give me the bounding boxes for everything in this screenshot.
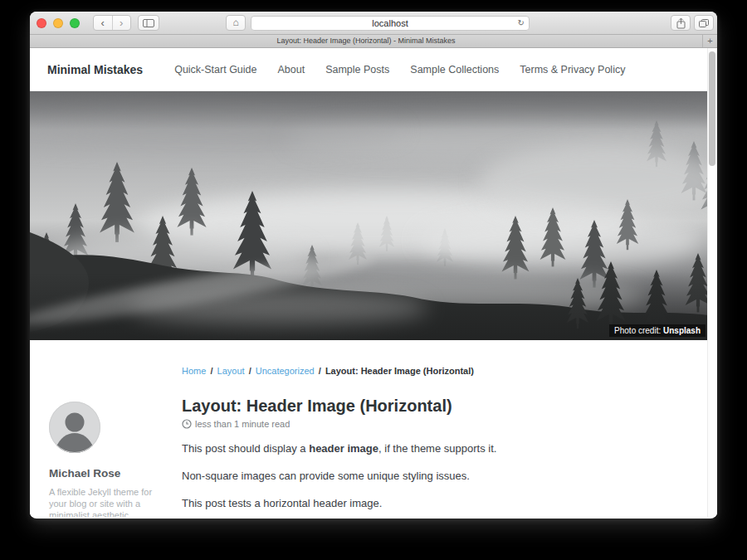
- header-image: Photo credit: Unsplash: [30, 91, 717, 340]
- site-masthead: Minimal Mistakes Quick-Start Guide About…: [30, 48, 717, 91]
- address-bar[interactable]: localhost ↻: [251, 16, 530, 31]
- nav-item-sample-collections[interactable]: Sample Collections: [410, 64, 499, 75]
- breadcrumb-link-uncategorized[interactable]: Uncategorized: [256, 366, 315, 376]
- new-tab-button[interactable]: +: [703, 35, 717, 47]
- window-close-button[interactable]: [37, 18, 46, 28]
- avatar: [49, 402, 100, 453]
- site-title-link[interactable]: Minimal Mistakes: [47, 63, 143, 76]
- desktop-background: ‹ › ⌂ localhost ↻: [0, 0, 747, 560]
- refresh-icon[interactable]: ↻: [518, 17, 525, 30]
- article-area: Home / Layout / Uncategorized / Layout: …: [30, 340, 717, 517]
- window-zoom-button[interactable]: [70, 18, 80, 28]
- nav-item-about[interactable]: About: [278, 64, 305, 75]
- article-content: Layout: Header Image (Horizontal) less t…: [182, 395, 663, 511]
- author-name: Michael Rose: [49, 467, 157, 480]
- home-button[interactable]: ⌂: [226, 15, 246, 31]
- clock-icon: [182, 419, 192, 429]
- home-icon: ⌂: [232, 17, 238, 28]
- paragraph-text: , if the theme supports it.: [378, 442, 496, 455]
- scrollbar-track[interactable]: [707, 48, 717, 517]
- author-bio: A flexible Jekyll theme for your blog or…: [49, 486, 157, 517]
- breadcrumb-link-home[interactable]: Home: [182, 366, 206, 376]
- paragraph-bold-text: header image: [309, 442, 378, 455]
- window-minimize-button[interactable]: [53, 18, 63, 28]
- browser-window: ‹ › ⌂ localhost ↻: [30, 12, 717, 519]
- site-navigation: Quick-Start Guide About Sample Posts Sam…: [174, 64, 625, 75]
- paragraph: This post should display a header image,…: [182, 441, 663, 456]
- author-profile: Michael Rose A flexible Jekyll theme for…: [49, 402, 157, 517]
- page-viewport: Minimal Mistakes Quick-Start Guide About…: [30, 48, 717, 517]
- browser-toolbar: ‹ › ⌂ localhost ↻: [30, 12, 717, 35]
- sidebar-toggle-button[interactable]: [138, 15, 159, 31]
- breadcrumb-separator: /: [247, 366, 253, 376]
- tab-overview-button[interactable]: [694, 15, 714, 31]
- back-button[interactable]: ‹: [94, 16, 113, 30]
- forward-button[interactable]: ›: [113, 16, 131, 30]
- scrollbar-thumb[interactable]: [709, 51, 715, 166]
- url-text: localhost: [372, 18, 408, 28]
- paragraph: This post tests a horizontal header imag…: [182, 496, 663, 511]
- breadcrumb-link-layout[interactable]: Layout: [217, 366, 245, 376]
- nav-item-sample-posts[interactable]: Sample Posts: [325, 64, 389, 75]
- paragraph: Non-square images can provide some uniqu…: [182, 469, 663, 484]
- active-tab[interactable]: Layout: Header Image (Horizontal) - Mini…: [30, 35, 703, 47]
- breadcrumb: Home / Layout / Uncategorized / Layout: …: [182, 366, 474, 376]
- read-time: less than 1 minute read: [182, 419, 663, 429]
- photo-credit-link[interactable]: Unsplash: [663, 326, 701, 335]
- share-icon: [676, 17, 686, 29]
- paragraph-text: This post should display a: [182, 442, 309, 455]
- sidebar-icon: [143, 19, 154, 27]
- history-nav-group: ‹ ›: [93, 15, 131, 31]
- tabs-icon: [698, 18, 710, 28]
- share-button[interactable]: [671, 15, 691, 31]
- nav-item-quick-start-guide[interactable]: Quick-Start Guide: [174, 64, 256, 75]
- tab-bar: Layout: Header Image (Horizontal) - Mini…: [30, 35, 717, 48]
- breadcrumb-current: Layout: Header Image (Horizontal): [325, 366, 474, 376]
- breadcrumb-separator: /: [317, 366, 323, 376]
- read-time-text: less than 1 minute read: [195, 419, 290, 429]
- page-title: Layout: Header Image (Horizontal): [182, 395, 663, 416]
- photo-credit-label: Photo credit:: [614, 326, 663, 335]
- nav-item-terms-privacy[interactable]: Terms & Privacy Policy: [520, 64, 625, 75]
- forest-fog-illustration: [30, 91, 717, 340]
- breadcrumb-separator: /: [208, 366, 214, 376]
- photo-credit: Photo credit: Unsplash: [609, 324, 706, 337]
